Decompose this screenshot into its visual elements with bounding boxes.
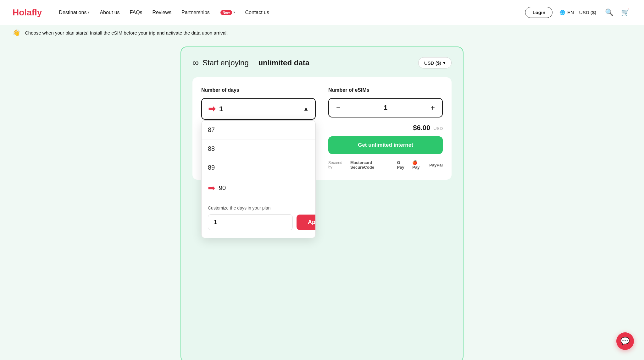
dropdown-item-88[interactable]: 88 <box>202 139 315 158</box>
currency-selector[interactable]: 🌐 EN – USD ($) <box>556 8 599 17</box>
days-select-value-group: ➡ 1 <box>208 104 223 114</box>
secured-by-text: Secured by <box>328 161 345 169</box>
customize-section: Customize the days in your plan Apply <box>202 199 315 238</box>
search-icon: 🔍 <box>605 8 613 17</box>
buy-button[interactable]: Get unlimited internet <box>328 136 443 154</box>
nav-destinations[interactable]: Destinations ▾ <box>54 7 94 18</box>
price-currency-label: USD <box>433 126 443 131</box>
main-content: ∞ Start enjoying unlimited data USD ($) … <box>0 40 644 360</box>
customize-days-input[interactable] <box>208 214 293 230</box>
dropdown-item-90[interactable]: ➡ 90 <box>202 177 315 199</box>
plan-card: ∞ Start enjoying unlimited data USD ($) … <box>180 46 464 360</box>
support-icon: 💬 <box>620 337 630 346</box>
esim-label: Number of eSIMs <box>328 87 443 93</box>
dropdown-value-88: 88 <box>208 145 215 152</box>
price-row: $6.00 USD <box>328 124 443 132</box>
esim-decrement-button[interactable]: − <box>329 99 348 117</box>
payment-row: Secured by Mastercard SecureCode G Pay 🍎… <box>328 160 443 170</box>
apply-button[interactable]: Apply <box>297 215 316 230</box>
main-nav: Destinations ▾ About us FAQs Reviews Par… <box>54 7 525 18</box>
nav-contact[interactable]: Contact us <box>241 7 274 18</box>
destinations-chevron-icon: ▾ <box>88 10 90 14</box>
dropdown-value-89: 89 <box>208 164 215 171</box>
login-button[interactable]: Login <box>525 7 552 18</box>
red-arrow-icon: ➡ <box>208 104 215 114</box>
days-selector-col: Number of days ➡ 1 ▲ 87 <box>201 87 316 170</box>
logo[interactable]: Holafly <box>13 8 42 18</box>
gpay-logo: G Pay <box>397 160 408 170</box>
card-header: ∞ Start enjoying unlimited data USD ($) … <box>192 57 452 68</box>
price-value: $6.00 <box>413 124 430 132</box>
dropdown-value-87: 87 <box>208 126 215 134</box>
days-chevron-up-icon: ▲ <box>303 106 309 112</box>
nav-actions: Login 🌐 EN – USD ($) 🔍 🛒 <box>525 7 631 19</box>
cart-button[interactable]: 🛒 <box>619 7 631 19</box>
customize-row: Apply <box>208 214 309 230</box>
infinity-icon: ∞ <box>192 58 199 68</box>
nav-faqs[interactable]: FAQs <box>125 7 147 18</box>
applepay-logo: 🍎 Pay <box>412 160 424 170</box>
nav-reviews[interactable]: Reviews <box>148 7 176 18</box>
dropdown-item-87[interactable]: 87 <box>202 121 315 139</box>
new-chevron-icon: ▾ <box>233 10 235 14</box>
nav-about[interactable]: About us <box>95 7 124 18</box>
search-button[interactable]: 🔍 <box>603 7 615 19</box>
days-selected-value: 1 <box>219 105 223 113</box>
header: Holafly Destinations ▾ About us FAQs Rev… <box>0 0 644 25</box>
days-select-box[interactable]: ➡ 1 ▲ <box>201 98 316 120</box>
esim-stepper: − 1 + <box>328 98 443 117</box>
nav-new[interactable]: New ▾ <box>215 8 240 18</box>
dropdown-item-89[interactable]: 89 <box>202 158 315 177</box>
info-banner: 👋 Choose when your plan starts! Install … <box>0 25 644 40</box>
days-dropdown-container: ➡ 1 ▲ 87 88 89 <box>201 98 316 120</box>
card-title: ∞ Start enjoying unlimited data <box>192 58 309 68</box>
globe-icon: 🌐 <box>559 10 565 15</box>
mastercard-logo: Mastercard SecureCode <box>350 160 392 170</box>
days-dropdown-list: 87 88 89 ➡ 90 <box>201 120 316 238</box>
support-bubble[interactable]: 💬 <box>616 332 634 350</box>
customize-label: Customize the days in your plan <box>208 205 309 210</box>
red-arrow-90-icon: ➡ <box>208 183 215 193</box>
currency-dropdown-button[interactable]: USD ($) ▾ <box>418 57 452 68</box>
esim-selector-col: Number of eSIMs − 1 + $6.00 USD Get unli… <box>328 87 443 170</box>
paypal-logo: PayPal <box>429 163 443 167</box>
cart-icon: 🛒 <box>621 8 630 17</box>
hand-icon: 👋 <box>13 29 20 36</box>
days-label: Number of days <box>201 87 316 93</box>
nav-partnerships[interactable]: Partnerships <box>177 7 214 18</box>
esim-value: 1 <box>348 104 423 112</box>
currency-chevron-icon: ▾ <box>443 60 446 66</box>
dropdown-value-90: 90 <box>219 184 226 192</box>
new-badge: New <box>220 10 232 15</box>
selector-area: Number of days ➡ 1 ▲ 87 <box>192 77 452 180</box>
esim-increment-button[interactable]: + <box>423 99 442 117</box>
